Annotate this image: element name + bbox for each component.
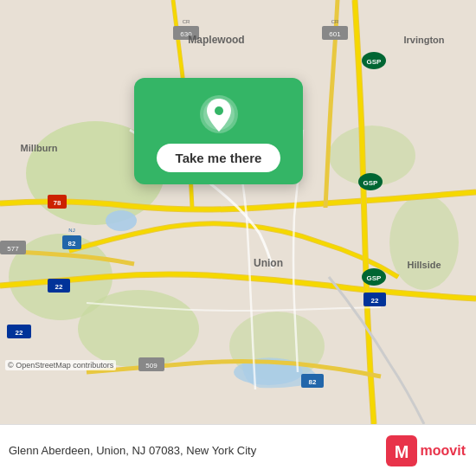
svg-point-7: [106, 210, 137, 231]
address-text: Glenn Aberdeen, Union, NJ 07083, New Yor…: [9, 444, 386, 457]
location-pin-icon: [198, 93, 240, 135]
svg-text:601: 601: [329, 30, 341, 38]
svg-text:82: 82: [309, 378, 317, 386]
svg-text:22: 22: [371, 297, 379, 305]
map-container: 82 NJ 78 GSP GSP GSP 22 22 630 CR 601 CR…: [0, 0, 476, 424]
svg-point-3: [78, 290, 199, 368]
svg-text:Union: Union: [254, 257, 283, 269]
svg-text:Maplewood: Maplewood: [188, 34, 244, 46]
svg-text:GSP: GSP: [363, 179, 379, 187]
svg-text:Millburn: Millburn: [21, 143, 58, 153]
svg-text:509: 509: [145, 362, 158, 370]
svg-text:78: 78: [54, 199, 61, 207]
moovit-label: moovit: [421, 443, 466, 459]
osm-credit: © OpenStreetMap contributors: [5, 360, 116, 370]
svg-text:577: 577: [7, 245, 19, 253]
bottom-bar: Glenn Aberdeen, Union, NJ 07083, New Yor…: [0, 424, 476, 476]
svg-text:22: 22: [16, 329, 23, 337]
moovit-brand-icon: M: [386, 435, 417, 466]
moovit-logo: M moovit: [386, 435, 466, 466]
take-me-there-button[interactable]: Take me there: [157, 144, 281, 172]
svg-text:NJ: NJ: [68, 228, 74, 233]
osm-credit-text: © OpenStreetMap contributors: [8, 361, 113, 370]
svg-text:Irvington: Irvington: [403, 35, 444, 45]
svg-text:CR: CR: [331, 19, 339, 24]
svg-text:22: 22: [55, 283, 63, 291]
location-card: Take me there: [134, 78, 303, 184]
svg-text:CR: CR: [183, 19, 190, 24]
svg-point-45: [215, 106, 223, 115]
svg-text:GSP: GSP: [367, 274, 383, 282]
svg-text:82: 82: [68, 240, 76, 248]
svg-point-6: [389, 195, 459, 290]
svg-text:Hillside: Hillside: [407, 260, 441, 270]
svg-text:GSP: GSP: [367, 58, 383, 66]
svg-text:M: M: [394, 442, 408, 461]
